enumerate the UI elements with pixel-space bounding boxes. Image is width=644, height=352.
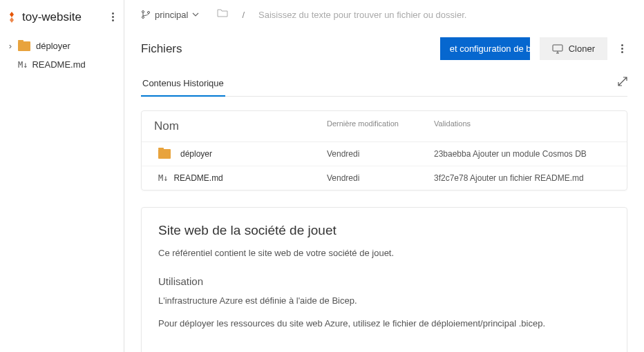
col-header-name[interactable]: Nom xyxy=(154,119,327,133)
readme-title: Site web de la société de jouet xyxy=(158,223,610,238)
tree-item-label: README.md xyxy=(32,59,85,70)
branch-icon xyxy=(141,10,151,19)
row-commit: 3f2c7e78 Ajouter un fichier README.md xyxy=(434,173,614,183)
top-bar: principal / xyxy=(141,6,627,32)
tabs: Contenus Historique xyxy=(141,74,627,97)
readme-intro: Ce référentiel contient le site web de v… xyxy=(158,246,610,260)
svg-marker-0 xyxy=(10,12,14,17)
tree-folder-item[interactable]: › déployer xyxy=(0,37,124,55)
svg-rect-5 xyxy=(553,45,562,51)
header-more-icon[interactable] xyxy=(617,40,627,57)
markdown-icon: M↓ xyxy=(18,60,28,70)
header-actions: et configuration de b Cloner xyxy=(440,37,627,60)
repo-header: toy-website xyxy=(0,6,124,34)
sidebar: toy-website › déployer M↓ README.md xyxy=(0,0,124,352)
readme-panel: Site web de la société de jouet Ce référ… xyxy=(141,207,627,352)
row-modified: Vendredi xyxy=(327,173,434,183)
monitor-icon xyxy=(552,44,563,54)
branch-name: principal xyxy=(155,10,188,20)
folder-outline-icon[interactable] xyxy=(217,8,228,21)
readme-paragraph: Pour déployer les ressources du site web… xyxy=(158,317,610,331)
markdown-icon: M↓ xyxy=(158,173,168,183)
readme-section-heading: Utilisation xyxy=(158,275,610,287)
clone-label: Cloner xyxy=(569,43,595,54)
breadcrumb-separator: / xyxy=(242,10,245,20)
page-header: Fichiers et configuration de b Cloner xyxy=(141,32,627,74)
chevron-down-icon xyxy=(192,10,199,20)
tab-contents[interactable]: Contenus Historique xyxy=(141,74,225,97)
table-header: Nom Dernière modification Validations xyxy=(142,111,627,142)
branch-selector[interactable]: principal xyxy=(141,10,199,20)
readme-paragraph: L'infrastructure Azure est définie à l'a… xyxy=(158,294,610,308)
svg-point-2 xyxy=(142,11,144,13)
row-name-label: README.md xyxy=(173,173,222,183)
svg-marker-1 xyxy=(10,17,14,23)
path-search-input[interactable] xyxy=(258,10,627,20)
col-header-modified[interactable]: Dernière modification xyxy=(327,119,434,133)
file-table: Nom Dernière modification Validations dé… xyxy=(141,110,627,190)
chevron-right-icon: › xyxy=(6,41,15,51)
table-row[interactable]: déployer Vendredi 23baebba Ajouter un mo… xyxy=(142,142,627,166)
folder-icon xyxy=(158,149,171,159)
row-commit: 23baebba Ajouter un module Cosmos DB xyxy=(434,149,614,159)
repo-title: toy-website xyxy=(22,10,108,24)
clone-button[interactable]: Cloner xyxy=(540,37,607,60)
main-content: principal / Fichiers et configuration de… xyxy=(124,0,644,352)
tree-file-item[interactable]: M↓ README.md xyxy=(0,55,124,74)
page-title: Fichiers xyxy=(141,42,182,56)
repo-icon xyxy=(6,11,18,23)
folder-icon xyxy=(18,41,30,51)
file-tree: › déployer M↓ README.md xyxy=(0,34,124,77)
config-build-button[interactable]: et configuration de b xyxy=(440,37,530,60)
row-modified: Vendredi xyxy=(327,149,434,159)
fullscreen-icon[interactable] xyxy=(618,77,627,94)
svg-point-4 xyxy=(148,12,150,14)
tree-item-label: déployer xyxy=(36,41,70,51)
svg-point-3 xyxy=(142,17,144,19)
repo-more-icon[interactable] xyxy=(108,8,118,26)
table-row[interactable]: M↓ README.md Vendredi 3f2c7e78 Ajouter u… xyxy=(142,166,627,190)
col-header-commits[interactable]: Validations xyxy=(434,119,614,133)
row-name-label: déployer xyxy=(180,149,212,159)
